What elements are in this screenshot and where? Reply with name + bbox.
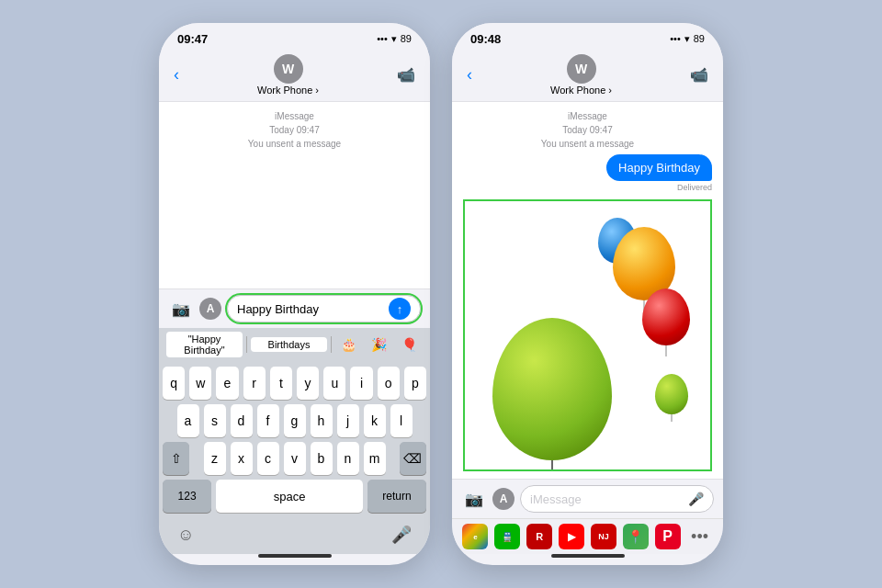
- left-phone: 09:47 ••• ▾ 89 ‹ W Work Phone › 📹 iMessa…: [159, 23, 430, 565]
- nav-bar-right: ‹ W Work Phone › 📹: [452, 51, 723, 102]
- status-bar-left: 09:47 ••• ▾ 89: [159, 23, 430, 51]
- more-apps-button[interactable]: •••: [687, 524, 713, 549]
- signal-icon-right: •••: [670, 33, 681, 44]
- send-button-left[interactable]: ↑: [389, 298, 411, 320]
- bottom-bar-left: ☺ 🎤: [159, 521, 430, 554]
- key-k[interactable]: k: [364, 404, 386, 437]
- mic-button-left[interactable]: 🎤: [391, 525, 412, 545]
- imessage-info-right: iMessage Today 09:47 You unsent a messag…: [463, 109, 712, 151]
- ebay-app-icon[interactable]: e: [462, 524, 488, 549]
- signal-icon: •••: [377, 33, 388, 44]
- message-area-left: iMessage Today 09:47 You unsent a messag…: [159, 102, 430, 288]
- status-time-left: 09:47: [177, 32, 208, 46]
- keyboard-left: q w e r t y u i o p a s d f g h j k l ⇧: [159, 361, 430, 521]
- return-key[interactable]: return: [368, 480, 426, 513]
- key-r[interactable]: r: [243, 367, 266, 400]
- key-l[interactable]: l: [390, 404, 413, 437]
- camera-button-left[interactable]: 📷: [168, 296, 194, 322]
- youtube-app-icon[interactable]: ▶: [559, 524, 584, 549]
- keyboard-row-4: 123 space return: [163, 480, 426, 513]
- input-bar-right: 📷 A iMessage 🎤: [452, 479, 723, 518]
- input-text-left: Happy Birthday: [237, 302, 389, 316]
- rakuten-app-icon[interactable]: R: [526, 524, 552, 549]
- emoji-button-left[interactable]: ☺: [177, 526, 194, 545]
- maps-app-icon[interactable]: 📍: [623, 524, 649, 549]
- key-j[interactable]: j: [337, 404, 359, 437]
- contact-name-right: Work Phone ›: [550, 85, 612, 96]
- suggestion-2[interactable]: Birthdays: [251, 337, 327, 352]
- input-bar-left: 📷 A Happy Birthday ↑: [159, 288, 430, 328]
- apps-button-right[interactable]: A: [492, 488, 514, 510]
- shift-key[interactable]: ⇧: [163, 442, 189, 475]
- key-z[interactable]: z: [204, 442, 226, 475]
- key-u[interactable]: u: [323, 367, 345, 400]
- balloons-image: [463, 199, 712, 471]
- message-area-right: iMessage Today 09:47 You unsent a messag…: [452, 102, 723, 479]
- video-call-button-right[interactable]: 📹: [690, 66, 708, 84]
- apps-button-left[interactable]: A: [199, 298, 221, 320]
- back-button-left[interactable]: ‹: [174, 65, 179, 85]
- emoji-suggestion-2[interactable]: 🎉: [366, 335, 392, 354]
- key-i[interactable]: i: [350, 367, 372, 400]
- key-t[interactable]: t: [270, 367, 292, 400]
- nav-center-right: W Work Phone ›: [550, 54, 612, 96]
- contact-avatar-left: W: [274, 54, 303, 84]
- wifi-icon: ▾: [391, 33, 397, 45]
- message-bubble-right: Happy Birthday: [606, 154, 712, 181]
- home-indicator-left: [258, 554, 332, 558]
- key-o[interactable]: o: [378, 367, 400, 400]
- key-s[interactable]: s: [204, 404, 226, 437]
- contact-name-left: Work Phone ›: [257, 85, 319, 96]
- numbers-key[interactable]: 123: [163, 480, 211, 513]
- battery-icon: 89: [401, 33, 412, 44]
- balloon-small-green: [655, 374, 688, 414]
- imessage-info-left: iMessage Today 09:47 You unsent a messag…: [170, 109, 419, 151]
- keyboard-row-3: ⇧ z x c v b n m ⌫: [163, 442, 426, 475]
- key-d[interactable]: d: [231, 404, 253, 437]
- emoji-suggestion-3[interactable]: 🎈: [396, 335, 423, 354]
- key-m[interactable]: m: [364, 442, 386, 475]
- pinterest-app-icon[interactable]: P: [655, 524, 681, 549]
- key-q[interactable]: q: [163, 367, 185, 400]
- key-x[interactable]: x: [231, 442, 253, 475]
- space-key[interactable]: space: [216, 480, 363, 513]
- suggestion-1[interactable]: "Happy Birthday": [166, 332, 243, 357]
- emoji-suggestion-1[interactable]: 🎂: [335, 335, 362, 354]
- key-p[interactable]: p: [404, 367, 426, 400]
- camera-button-right[interactable]: 📷: [461, 486, 487, 512]
- delivered-label: Delivered: [677, 183, 712, 192]
- input-placeholder-right: iMessage: [530, 492, 688, 506]
- status-icons-right: ••• ▾ 89: [670, 33, 705, 45]
- key-f[interactable]: f: [257, 404, 279, 437]
- app-strip: e 🚆 R ▶ NJ 📍 P •••: [452, 518, 723, 554]
- video-call-button-left[interactable]: 📹: [397, 66, 415, 84]
- keyboard-row-2: a s d f g h j k l: [163, 404, 426, 437]
- key-c[interactable]: c: [257, 442, 279, 475]
- key-h[interactable]: h: [311, 404, 333, 437]
- status-time-right: 09:48: [470, 32, 501, 46]
- mic-icon-right[interactable]: 🎤: [688, 492, 704, 506]
- train-app-icon[interactable]: 🚆: [494, 524, 520, 549]
- status-icons-left: ••• ▾ 89: [377, 33, 412, 45]
- key-n[interactable]: n: [337, 442, 359, 475]
- balloon-red: [642, 288, 690, 345]
- back-button-right[interactable]: ‹: [467, 65, 472, 85]
- key-g[interactable]: g: [284, 404, 306, 437]
- battery-icon-right: 89: [694, 33, 705, 44]
- divider-2: [331, 336, 332, 353]
- key-v[interactable]: v: [284, 442, 306, 475]
- divider-1: [246, 336, 247, 353]
- home-indicator-right: [551, 554, 625, 558]
- right-phone: 09:48 ••• ▾ 89 ‹ W Work Phone › 📹 iMessa…: [452, 23, 723, 565]
- wifi-icon-right: ▾: [684, 33, 690, 45]
- status-bar-right: 09:48 ••• ▾ 89: [452, 23, 723, 51]
- message-input-right[interactable]: iMessage 🎤: [520, 485, 714, 513]
- key-w[interactable]: w: [189, 367, 211, 400]
- message-input-left[interactable]: Happy Birthday ↑: [227, 295, 421, 322]
- delete-key[interactable]: ⌫: [400, 442, 426, 475]
- key-a[interactable]: a: [177, 404, 199, 437]
- key-y[interactable]: y: [297, 367, 319, 400]
- nj-app-icon[interactable]: NJ: [591, 524, 616, 549]
- key-b[interactable]: b: [311, 442, 333, 475]
- key-e[interactable]: e: [216, 367, 238, 400]
